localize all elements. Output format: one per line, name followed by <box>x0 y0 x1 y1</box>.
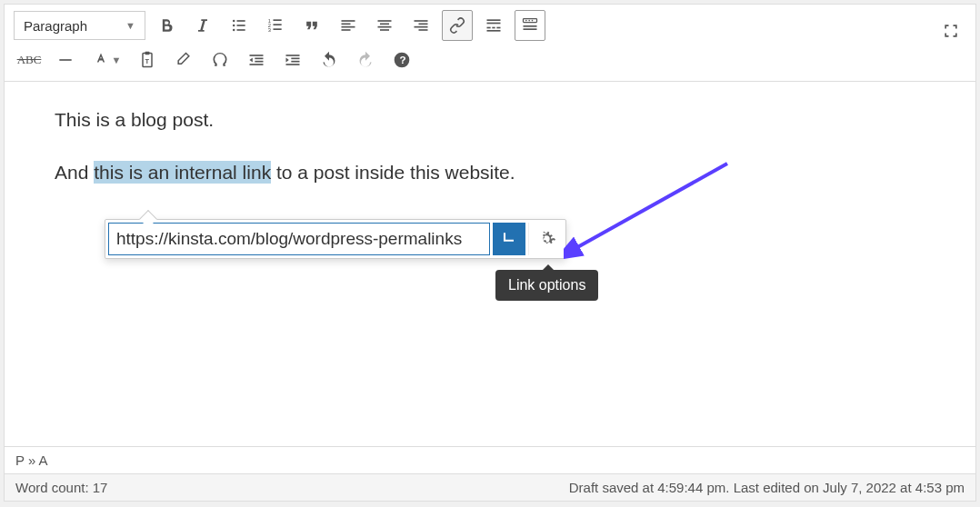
status-bar: Word count: 17 Draft saved at 4:59:44 pm… <box>5 473 975 501</box>
format-select[interactable]: Paragraph ▼ <box>14 11 145 40</box>
svg-rect-12 <box>342 20 355 22</box>
svg-point-2 <box>233 25 235 27</box>
word-count: Word count: 17 <box>15 480 107 495</box>
apply-link-button[interactable] <box>493 223 525 255</box>
svg-rect-29 <box>487 30 501 32</box>
svg-text:T: T <box>145 57 150 65</box>
svg-rect-46 <box>291 58 299 60</box>
paragraph: And this is an internal link to a post i… <box>55 162 925 184</box>
svg-rect-13 <box>342 24 351 25</box>
svg-point-4 <box>233 29 235 32</box>
svg-rect-11 <box>274 28 282 30</box>
svg-rect-27 <box>492 27 495 29</box>
bold-button[interactable] <box>151 10 182 41</box>
link-url-input[interactable] <box>108 223 490 255</box>
svg-point-32 <box>528 20 530 22</box>
align-right-button[interactable] <box>405 10 436 41</box>
horizontal-rule-button[interactable] <box>50 45 81 75</box>
numbered-list-button[interactable]: 123 <box>260 10 291 41</box>
svg-rect-5 <box>237 29 245 31</box>
svg-rect-22 <box>415 26 428 28</box>
link-popup <box>105 219 566 259</box>
outdent-button[interactable] <box>241 45 272 75</box>
selected-link-text: this is an internal link <box>94 161 271 184</box>
editor-body[interactable]: This is a blog post. And this is an inte… <box>5 82 975 446</box>
bullet-list-button[interactable] <box>224 10 255 41</box>
chevron-down-icon: ▼ <box>125 20 135 31</box>
text-color-button[interactable]: ▼ <box>86 45 126 75</box>
svg-rect-43 <box>255 61 263 63</box>
svg-rect-7 <box>274 19 282 21</box>
link-options-button[interactable] <box>528 223 563 255</box>
clear-formatting-button[interactable] <box>168 45 199 75</box>
format-select-label: Paragraph <box>24 18 87 34</box>
svg-rect-14 <box>342 26 355 28</box>
svg-rect-24 <box>487 19 501 21</box>
svg-rect-15 <box>342 29 351 31</box>
svg-rect-9 <box>274 24 282 25</box>
fullscreen-button[interactable] <box>935 15 966 46</box>
paste-text-button[interactable]: T <box>132 45 163 75</box>
align-left-button[interactable] <box>333 10 364 41</box>
toolbar: Paragraph ▼ 123 ABC ▼ T <box>5 5 975 82</box>
blockquote-button[interactable] <box>296 10 327 41</box>
svg-rect-18 <box>378 26 392 28</box>
redo-button[interactable] <box>350 45 381 75</box>
svg-rect-41 <box>250 55 264 56</box>
indent-button[interactable] <box>277 45 308 75</box>
svg-rect-20 <box>415 20 428 22</box>
editor-container: Paragraph ▼ 123 ABC ▼ T <box>4 4 976 502</box>
svg-rect-23 <box>419 29 428 31</box>
svg-text:3: 3 <box>268 27 271 33</box>
svg-text:?: ? <box>400 54 406 65</box>
link-button[interactable] <box>442 10 473 41</box>
svg-rect-19 <box>380 29 389 31</box>
svg-rect-28 <box>496 27 500 29</box>
read-more-button[interactable] <box>478 10 509 41</box>
italic-button[interactable] <box>187 10 218 41</box>
svg-rect-17 <box>380 24 389 25</box>
svg-rect-47 <box>291 61 299 63</box>
svg-rect-35 <box>524 28 537 30</box>
align-center-button[interactable] <box>369 10 400 41</box>
svg-rect-44 <box>250 64 264 65</box>
svg-point-33 <box>532 20 534 22</box>
toolbar-toggle-button[interactable] <box>515 10 545 41</box>
svg-rect-1 <box>237 20 245 22</box>
svg-rect-38 <box>145 52 150 55</box>
element-path[interactable]: P » A <box>5 446 975 473</box>
svg-rect-48 <box>286 64 300 65</box>
svg-rect-34 <box>524 25 537 27</box>
svg-rect-21 <box>419 24 428 25</box>
svg-rect-3 <box>237 25 245 26</box>
svg-rect-36 <box>59 59 71 61</box>
special-character-button[interactable] <box>205 45 235 75</box>
svg-point-0 <box>233 20 235 23</box>
svg-rect-16 <box>378 20 392 22</box>
help-button[interactable]: ? <box>386 45 417 75</box>
svg-point-31 <box>525 20 527 22</box>
svg-rect-25 <box>487 23 501 25</box>
strikethrough-button[interactable]: ABC <box>14 45 45 75</box>
undo-button[interactable] <box>314 45 345 75</box>
tooltip: Link options <box>495 270 598 301</box>
svg-rect-45 <box>286 55 300 56</box>
save-info: Draft saved at 4:59:44 pm. Last edited o… <box>569 480 965 495</box>
svg-rect-26 <box>487 27 491 29</box>
paragraph: This is a blog post. <box>55 109 925 131</box>
svg-rect-42 <box>255 58 263 60</box>
